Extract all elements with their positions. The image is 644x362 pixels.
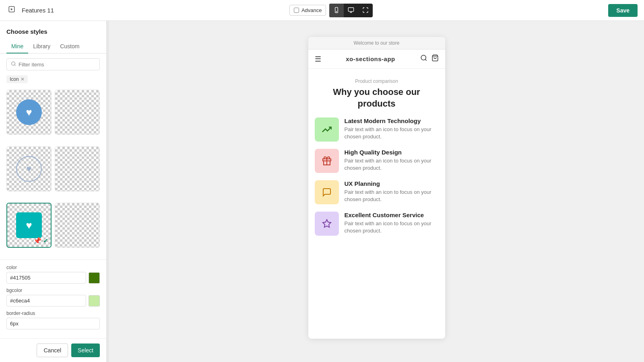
card-badges: 📌 ✔ xyxy=(33,237,48,245)
tag-close-button[interactable]: ✕ xyxy=(21,76,25,82)
feature-icon-3 xyxy=(315,212,339,236)
select-button[interactable]: Select xyxy=(71,343,100,357)
bgcolor-label: bgcolor xyxy=(6,288,100,293)
heart-circle-outline-preview: ♥ xyxy=(16,156,42,182)
color-swatch[interactable] xyxy=(89,272,100,284)
feature-item-2: UX Planning Pair text with an icon to fo… xyxy=(315,180,439,204)
style-card-2[interactable] xyxy=(55,90,100,135)
heart-circle-blue-preview: ♥ xyxy=(16,99,42,125)
color-label: color xyxy=(6,265,100,270)
main-layout: Choose styles Mine Library Custom Icon ✕ xyxy=(0,21,644,362)
tab-library[interactable]: Library xyxy=(28,40,55,53)
svg-marker-9 xyxy=(323,220,331,227)
color-input[interactable] xyxy=(6,272,86,284)
advance-button[interactable]: Advance xyxy=(289,5,326,16)
feature-icon-1 xyxy=(315,149,339,173)
preview-nav: ☰ xo-sections-app xyxy=(308,49,445,69)
filter-tags: Icon ✕ xyxy=(0,74,106,86)
feature-text-1: High Quality Design Pair text with an ic… xyxy=(345,149,439,172)
tag-label: Icon xyxy=(10,76,19,82)
back-button[interactable] xyxy=(6,4,17,16)
tab-mine[interactable]: Mine xyxy=(6,40,28,53)
style-card-1[interactable]: ♥ xyxy=(6,90,52,135)
feature-item-0: Latest Modern Technology Pair text with … xyxy=(315,117,439,142)
feature-text-2: UX Planning Pair text with an icon to fo… xyxy=(345,180,439,203)
device-group xyxy=(329,4,373,17)
feature-icon-0 xyxy=(315,117,339,142)
comparison-label: Product comparison xyxy=(315,78,439,84)
bgcolor-input[interactable] xyxy=(6,295,86,306)
nav-logo: xo-sections-app xyxy=(346,56,395,62)
svg-rect-3 xyxy=(349,8,354,11)
svg-point-5 xyxy=(421,55,426,60)
bgcolor-input-row xyxy=(6,295,100,306)
page-title: Features 11 xyxy=(22,7,54,14)
left-panel: Choose styles Mine Library Custom Icon ✕ xyxy=(0,21,107,362)
pin-icon: 📌 xyxy=(33,237,41,245)
feature-desc-2: Pair text with an icon to focus on your … xyxy=(345,189,439,203)
panel-title: Choose styles xyxy=(0,21,106,40)
feature-item-1: High Quality Design Pair text with an ic… xyxy=(315,149,439,173)
properties-section: color bgcolor border-radius xyxy=(0,259,106,338)
tab-custom[interactable]: Custom xyxy=(55,40,84,53)
preview-area: Welcome to our store ☰ xo-sections-app xyxy=(109,21,644,362)
search-input[interactable] xyxy=(19,62,95,68)
feature-desc-3: Pair text with an icon to focus on your … xyxy=(345,220,439,234)
bgcolor-prop-row: bgcolor xyxy=(6,288,100,306)
border-radius-prop-row: border-radius xyxy=(6,311,100,329)
feature-name-3: Excellent Customer Service xyxy=(345,212,439,218)
feature-text-0: Latest Modern Technology Pair text with … xyxy=(345,117,439,140)
feature-desc-0: Pair text with an icon to focus on your … xyxy=(345,126,439,140)
topbar-left: Features 11 xyxy=(6,4,54,16)
search-row xyxy=(0,53,106,74)
heart-square-teal-preview: ♥ xyxy=(16,212,42,238)
color-prop-row: color xyxy=(6,265,100,284)
feature-icon-2 xyxy=(315,180,339,204)
styles-grid: ♥ ♥ ♥ 📌 ✔ xyxy=(0,86,106,259)
search-box xyxy=(6,58,100,70)
save-button[interactable]: Save xyxy=(608,4,638,17)
style-card-4[interactable] xyxy=(55,146,100,191)
fullscreen-device-button[interactable] xyxy=(358,4,373,17)
topbar-right: Save xyxy=(608,4,638,17)
desktop-device-button[interactable] xyxy=(344,4,358,17)
style-card-3[interactable]: ♥ xyxy=(6,146,52,191)
feature-item-3: Excellent Customer Service Pair text wit… xyxy=(315,212,439,236)
nav-menu-icon[interactable]: ☰ xyxy=(315,55,321,64)
nav-cart-icon[interactable] xyxy=(431,54,439,64)
feature-text-3: Excellent Customer Service Pair text wit… xyxy=(345,212,439,234)
svg-point-4 xyxy=(12,62,15,66)
border-radius-input[interactable] xyxy=(6,318,100,329)
color-input-row xyxy=(6,272,100,284)
search-icon xyxy=(11,61,16,68)
feature-name-1: High Quality Design xyxy=(345,149,439,156)
advance-checkbox[interactable] xyxy=(294,8,299,13)
tabs: Mine Library Custom xyxy=(0,40,106,53)
style-card-6[interactable] xyxy=(55,203,100,248)
mobile-device-button[interactable] xyxy=(329,4,344,17)
bgcolor-swatch[interactable] xyxy=(89,295,100,306)
feature-name-2: UX Planning xyxy=(345,180,439,187)
style-card-5[interactable]: ♥ 📌 ✔ xyxy=(6,203,52,248)
svg-point-2 xyxy=(336,11,337,12)
topbar: Features 11 Advance xyxy=(0,0,644,21)
nav-icons xyxy=(420,54,439,64)
comparison-section: Product comparison Why you choose our pr… xyxy=(308,69,445,253)
comparison-title: Why you choose our products xyxy=(315,86,439,109)
tag-icon: Icon ✕ xyxy=(6,75,28,83)
topbar-center: Advance xyxy=(289,4,373,17)
panel-footer: Cancel Select xyxy=(0,338,106,362)
preview-window: Welcome to our store ☰ xo-sections-app xyxy=(308,37,445,339)
cancel-button[interactable]: Cancel xyxy=(37,343,68,357)
check-icon: ✔ xyxy=(43,237,48,245)
feature-name-0: Latest Modern Technology xyxy=(345,117,439,124)
nav-search-icon[interactable] xyxy=(420,54,427,64)
feature-desc-1: Pair text with an icon to focus on your … xyxy=(345,157,439,172)
border-radius-label: border-radius xyxy=(6,311,100,316)
preview-banner: Welcome to our store xyxy=(308,37,445,49)
advance-label: Advance xyxy=(301,7,322,13)
